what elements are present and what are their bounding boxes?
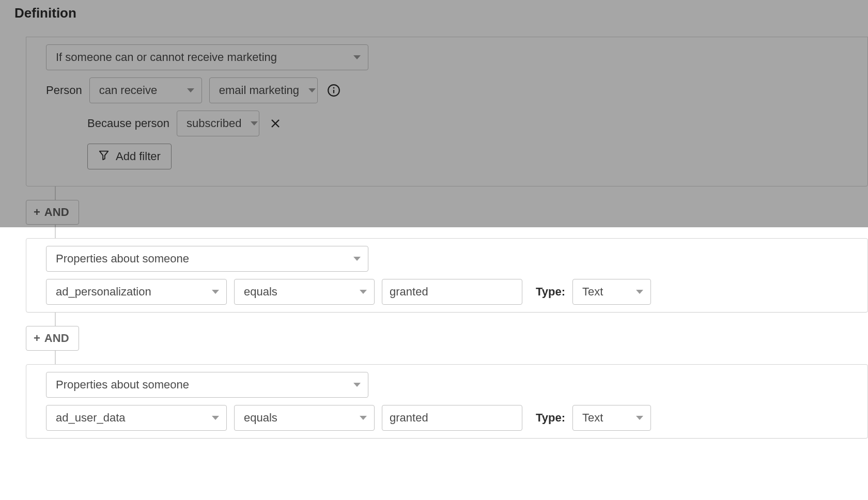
because-label: Because person	[87, 117, 169, 130]
channel-select[interactable]: email marketing	[209, 77, 318, 103]
plus-icon: +	[34, 206, 40, 219]
type-label-3: Type:	[536, 411, 565, 425]
filter-icon	[98, 149, 110, 164]
svg-point-2	[333, 87, 334, 89]
chevron-down-icon	[636, 290, 643, 294]
condition-type-select-2[interactable]: Properties about someone	[46, 246, 368, 272]
chevron-down-icon	[360, 290, 367, 294]
property-label-3: ad_user_data	[56, 411, 126, 425]
chevron-down-icon	[251, 121, 258, 126]
section-title: Definition	[14, 5, 868, 21]
condition-type-label-3: Properties about someone	[56, 378, 189, 392]
because-value-label: subscribed	[187, 117, 241, 130]
condition-type-label: If someone can or cannot receive marketi…	[56, 51, 277, 64]
add-filter-label: Add filter	[116, 150, 161, 163]
chevron-down-icon	[353, 257, 361, 261]
chevron-down-icon	[308, 88, 316, 92]
condition-type-label-2: Properties about someone	[56, 252, 189, 265]
condition-type-select-3[interactable]: Properties about someone	[46, 372, 368, 398]
property-label-2: ad_personalization	[56, 285, 151, 299]
channel-label: email marketing	[219, 84, 299, 97]
person-label: Person	[46, 84, 82, 97]
type-label-2: Type:	[536, 285, 565, 299]
condition-group-3: Properties about someone ad_user_data eq…	[26, 364, 868, 439]
and-connector-1: + AND	[14, 186, 868, 238]
can-receive-select[interactable]: can receive	[89, 77, 202, 103]
remove-filter-button[interactable]	[267, 115, 284, 132]
chevron-down-icon	[360, 416, 367, 420]
and-label-2: AND	[44, 332, 69, 345]
operator-select-2[interactable]: equals	[234, 279, 375, 305]
and-button[interactable]: + AND	[26, 200, 79, 225]
info-icon[interactable]	[325, 82, 343, 99]
and-label: AND	[44, 206, 69, 219]
type-value-label-3: Text	[582, 411, 603, 425]
add-filter-button[interactable]: Add filter	[87, 144, 172, 169]
type-select-3[interactable]: Text	[572, 405, 651, 431]
chevron-down-icon	[353, 383, 361, 387]
property-select-3[interactable]: ad_user_data	[46, 405, 227, 431]
operator-select-3[interactable]: equals	[234, 405, 375, 431]
chevron-down-icon	[353, 55, 361, 59]
condition-type-select[interactable]: If someone can or cannot receive marketi…	[46, 44, 368, 70]
operator-label-2: equals	[244, 285, 277, 299]
can-receive-label: can receive	[99, 84, 158, 97]
and-button-2[interactable]: + AND	[26, 326, 79, 351]
and-connector-2: + AND	[14, 312, 868, 364]
chevron-down-icon	[187, 88, 194, 92]
chevron-down-icon	[636, 416, 643, 420]
value-input-3[interactable]	[382, 405, 522, 431]
condition-group-2: Properties about someone ad_personalizat…	[26, 238, 868, 312]
type-value-label-2: Text	[582, 285, 603, 299]
chevron-down-icon	[212, 290, 219, 294]
svg-marker-5	[100, 151, 109, 160]
because-value-select[interactable]: subscribed	[177, 111, 259, 136]
property-select-2[interactable]: ad_personalization	[46, 279, 227, 305]
condition-group-1: If someone can or cannot receive marketi…	[26, 37, 868, 186]
chevron-down-icon	[212, 416, 219, 420]
definition-section: Definition If someone can or cannot rece…	[0, 0, 868, 439]
type-select-2[interactable]: Text	[572, 279, 651, 305]
value-input-2[interactable]	[382, 279, 522, 305]
operator-label-3: equals	[244, 411, 277, 425]
plus-icon: +	[34, 332, 40, 345]
